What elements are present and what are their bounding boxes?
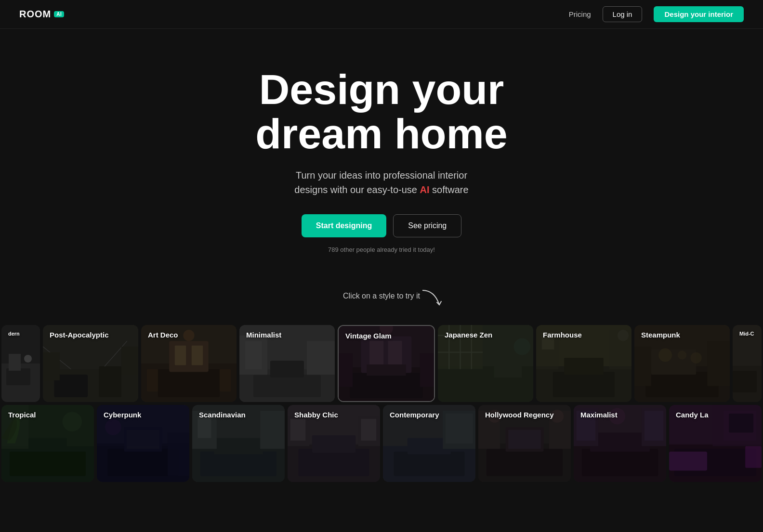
svg-rect-123	[590, 432, 650, 452]
svg-rect-102	[361, 419, 376, 441]
style-label-postapoc: Post-Apocalyptic	[50, 331, 109, 339]
design-cta-button[interactable]: Design your interior	[654, 6, 744, 22]
style-card-farmhouse[interactable]: Farmhouse	[536, 325, 631, 402]
style-card-postapoc[interactable]: Post-Apocalyptic	[43, 325, 138, 402]
svg-rect-75	[28, 438, 66, 451]
hero-title: Design your dream home	[10, 67, 753, 156]
svg-rect-109	[446, 414, 473, 443]
style-card-contemporary[interactable]: Contemporary	[383, 405, 475, 482]
style-card-cyberpunk[interactable]: Cyberpunk	[97, 405, 189, 482]
style-label-farmhouse: Farmhouse	[543, 331, 582, 339]
styles-row-2: Tropical Cyberpunk	[0, 403, 763, 483]
svg-rect-89	[200, 452, 276, 476]
logo-badge: AI	[54, 11, 64, 17]
svg-rect-100	[290, 419, 306, 441]
hero-subtitle: Turn your ideas into professional interi…	[247, 168, 516, 197]
style-card-maximalist[interactable]: Maximalist	[574, 405, 666, 482]
logo[interactable]: ROOM AI	[19, 9, 64, 20]
hero-buttons: Start designing See pricing	[10, 214, 753, 237]
svg-rect-3	[9, 354, 21, 371]
svg-rect-62	[651, 350, 696, 375]
style-label-vintage: Vintage Glam	[345, 332, 392, 340]
svg-rect-106	[394, 452, 465, 476]
svg-rect-73	[10, 452, 86, 476]
ai-highlight: AI	[420, 184, 429, 195]
style-label-modern: dern	[8, 331, 20, 337]
style-card-modern[interactable]: dern	[1, 325, 40, 402]
style-card-artdeco[interactable]: Art Deco	[141, 325, 237, 402]
svg-point-58	[618, 330, 629, 341]
login-button[interactable]: Log in	[603, 6, 643, 22]
svg-rect-93	[260, 411, 285, 449]
style-label-candylal: Candy La	[676, 411, 709, 419]
logo-text: ROOM	[19, 9, 51, 20]
svg-point-21	[183, 330, 194, 341]
svg-point-76	[62, 412, 82, 431]
style-label-minimalist: Minimalist	[246, 331, 281, 339]
svg-rect-28	[245, 341, 262, 369]
styles-prompt: Click on a style to try it	[0, 292, 763, 300]
style-label-midcentury: Mid-C	[739, 331, 754, 337]
svg-point-4	[24, 355, 32, 363]
svg-point-49	[513, 338, 530, 355]
svg-point-63	[658, 348, 672, 362]
style-card-tropical[interactable]: Tropical	[1, 405, 94, 482]
svg-rect-92	[197, 416, 211, 438]
svg-rect-35	[367, 364, 406, 376]
svg-rect-37	[339, 353, 353, 387]
svg-rect-97	[299, 449, 369, 476]
hero-note: 789 other people already tried it today!	[10, 246, 753, 253]
style-label-maximalist: Maximalist	[580, 411, 618, 419]
svg-rect-24	[253, 375, 321, 397]
svg-point-85	[105, 419, 121, 435]
styles-section: Click on a style to try it dern	[0, 282, 763, 483]
style-label-contemporary: Contemporary	[390, 411, 439, 419]
hero-section: Design your dream home Turn your ideas i…	[0, 29, 763, 282]
svg-rect-11	[43, 352, 60, 380]
style-card-shabbychic[interactable]: Shabby Chic	[288, 405, 380, 482]
svg-rect-122	[582, 449, 658, 476]
style-label-shabbychic: Shabby Chic	[294, 411, 338, 419]
navbar: ROOM AI Pricing Log in Design your inter…	[0, 0, 763, 29]
svg-rect-90	[214, 438, 263, 454]
svg-rect-18	[192, 346, 203, 365]
pricing-link[interactable]: Pricing	[569, 10, 591, 18]
svg-rect-2	[6, 368, 30, 385]
svg-point-64	[678, 350, 687, 360]
style-card-steampunk[interactable]: Steampunk	[634, 325, 730, 402]
svg-rect-98	[312, 435, 355, 453]
style-label-scandinavian: Scandinavian	[199, 411, 246, 419]
style-card-vintage[interactable]: Vintage Glam	[338, 325, 435, 402]
style-card-hollywood[interactable]: Hollywood Regency	[478, 405, 571, 482]
style-card-candylal[interactable]: Candy La	[669, 405, 762, 482]
arrow-icon	[420, 288, 449, 312]
svg-rect-33	[369, 341, 383, 366]
style-card-minimalist[interactable]: Minimalist	[239, 325, 335, 402]
svg-rect-8	[99, 366, 121, 397]
svg-rect-54	[564, 358, 604, 375]
style-label-steampunk: Steampunk	[641, 331, 680, 339]
svg-rect-25	[270, 361, 304, 377]
svg-rect-135	[669, 452, 707, 471]
style-card-japanese[interactable]: Japanese Zen	[438, 325, 533, 402]
svg-rect-47	[488, 375, 528, 394]
svg-rect-34	[388, 341, 402, 366]
svg-rect-137	[745, 446, 762, 467]
svg-rect-27	[307, 341, 335, 375]
see-pricing-button[interactable]: See pricing	[393, 214, 461, 237]
svg-rect-17	[175, 346, 186, 365]
style-card-midcentury[interactable]: Mid-C	[733, 325, 762, 402]
svg-rect-136	[729, 414, 753, 433]
svg-rect-112	[487, 449, 563, 476]
style-label-japanese: Japanese Zen	[445, 331, 492, 339]
svg-point-65	[690, 352, 701, 363]
svg-rect-70	[733, 371, 757, 392]
style-card-scandinavian[interactable]: Scandinavian	[192, 405, 285, 482]
svg-rect-53	[553, 372, 615, 397]
svg-rect-128	[645, 411, 664, 441]
svg-rect-84	[168, 432, 189, 476]
start-designing-button[interactable]: Start designing	[302, 214, 386, 237]
svg-rect-66	[707, 341, 730, 386]
svg-rect-15	[158, 369, 220, 397]
svg-rect-19	[147, 369, 158, 391]
